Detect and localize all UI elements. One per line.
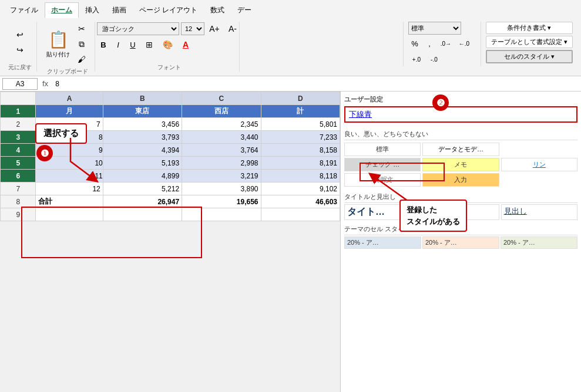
cell-D3[interactable]: 7,233 — [261, 131, 340, 144]
cell-B3[interactable]: 3,793 — [103, 131, 182, 144]
clipboard-buttons: 📋 貼り付け ✂ ⧉ 🖌 — [45, 22, 90, 66]
cell-reference-input[interactable] — [2, 78, 38, 90]
cell-B5[interactable]: 5,193 — [103, 157, 182, 170]
formula-bar: fx — [0, 76, 581, 92]
cell-C8[interactable]: 19,656 — [182, 195, 261, 208]
cell-C9[interactable] — [182, 208, 261, 221]
cell-D6[interactable]: 8,118 — [261, 170, 340, 183]
border-button[interactable]: ⊞ — [141, 38, 157, 52]
cell-style-button[interactable]: セルのスタイル ▾ — [486, 50, 573, 63]
callout-registered-style: 登録したスタイルがある — [399, 200, 467, 232]
cell-D2[interactable]: 5,801 — [261, 118, 340, 131]
cell-B6[interactable]: 4,899 — [103, 170, 182, 183]
cell-B4[interactable]: 4,394 — [103, 144, 182, 157]
decrease-decimal-button[interactable]: ←.0 — [456, 36, 472, 50]
tab-home[interactable]: ホーム — [45, 2, 79, 18]
ribbon: ファイル ホーム 挿入 描画 ページ レイアウト 数式 デー ↩ ↪ 元に戻す … — [0, 0, 581, 76]
font-shrink-button[interactable]: A- — [224, 22, 241, 36]
style-check[interactable]: チェック … — [344, 158, 421, 171]
col-header-B[interactable]: B — [103, 92, 182, 105]
cell-B9[interactable] — [103, 208, 182, 221]
cell-D1[interactable]: 計 — [261, 105, 340, 118]
number-adjust-row: +.0 -.0 — [408, 52, 472, 66]
redo-button[interactable]: ↪ — [12, 43, 28, 57]
cell-D8[interactable]: 46,603 — [261, 195, 340, 208]
cell-C1[interactable]: 西店 — [182, 105, 261, 118]
cell-A1[interactable]: 月 — [36, 105, 103, 118]
col-header-C[interactable]: C — [182, 92, 261, 105]
cell-D4[interactable]: 8,158 — [261, 144, 340, 157]
cut-button[interactable]: ✂ — [73, 22, 90, 36]
fill-color-button[interactable]: 🎨 — [159, 38, 176, 52]
tab-draw[interactable]: 描画 — [106, 2, 133, 18]
theme-style-1[interactable]: 20% - ア… — [344, 236, 421, 249]
cell-C2[interactable]: 2,345 — [182, 118, 261, 131]
cell-B1[interactable]: 東店 — [103, 105, 182, 118]
tab-data[interactable]: デー — [231, 2, 258, 18]
cell-C6[interactable]: 3,219 — [182, 170, 261, 183]
paste-icon: 📋 — [48, 30, 69, 49]
cell-B8[interactable]: 26,947 — [103, 195, 182, 208]
cell-D5[interactable]: 8,191 — [261, 157, 340, 170]
cell-A8[interactable]: 合計 — [36, 195, 103, 208]
cell-C7[interactable]: 3,890 — [182, 183, 261, 195]
comma-button[interactable]: , — [423, 37, 436, 50]
cell-B7[interactable]: 5,212 — [103, 183, 182, 195]
badge-2: ❷ — [432, 94, 449, 111]
small-clipboard-buttons: ✂ ⧉ 🖌 — [73, 22, 90, 66]
conditional-format-button[interactable]: 条件付き書式 ▾ — [486, 22, 573, 34]
style-data-model[interactable]: データとモデ… — [422, 143, 499, 156]
table-row: 1 月 東店 西店 計 — [1, 105, 340, 118]
group-font: 游ゴシック 12 A+ A- B I U ⊞ 🎨 A フォント — [99, 22, 240, 72]
number-format-row: % , .0→ ←.0 — [408, 36, 472, 50]
tab-page-layout[interactable]: ページ レイアウト — [133, 2, 204, 18]
italic-button[interactable]: I — [112, 38, 125, 51]
style-link[interactable]: リン — [501, 158, 577, 171]
increase-decimal-button[interactable]: .0→ — [438, 36, 454, 50]
font-name-select[interactable]: 游ゴシック — [97, 22, 179, 35]
style-memo[interactable]: メモ — [422, 158, 499, 171]
font-label: フォント — [157, 63, 181, 72]
num-dec-button[interactable]: -.0 — [426, 52, 442, 66]
format-painter-button[interactable]: 🖌 — [73, 52, 90, 66]
undo-button[interactable]: ↩ — [12, 28, 28, 42]
percent-button[interactable]: % — [408, 37, 421, 50]
number-format-select[interactable]: 標準 — [408, 22, 461, 35]
col-header-A[interactable]: A — [36, 92, 103, 105]
tab-insert[interactable]: 挿入 — [79, 2, 106, 18]
bold-button[interactable]: B — [97, 38, 110, 51]
cell-C5[interactable]: 2,998 — [182, 157, 261, 170]
group-style: 条件付き書式 ▾ テーブルとして書式設定 ▾ セルのスタイル ▾ — [481, 22, 577, 66]
col-header-D[interactable]: D — [261, 92, 340, 105]
undo-redo-stack: ↩ ↪ — [12, 28, 28, 57]
font-color-button[interactable]: A — [177, 38, 194, 52]
theme-style-3[interactable]: 20% - ア… — [501, 236, 577, 249]
undo-redo-buttons: ↩ ↪ — [12, 22, 28, 62]
font-size-select[interactable]: 12 — [181, 22, 204, 35]
font-grow-button[interactable]: A+ — [206, 22, 223, 36]
theme-style-2[interactable]: 20% - ア… — [422, 236, 499, 249]
style-standard[interactable]: 標準 — [344, 143, 421, 156]
underline-button[interactable]: U — [126, 38, 139, 51]
row-num-8: 8 — [1, 195, 36, 208]
row-num-7: 7 — [1, 183, 36, 195]
cell-A9[interactable] — [36, 208, 103, 221]
cell-C4[interactable]: 3,764 — [182, 144, 261, 157]
cell-B2[interactable]: 3,456 — [103, 118, 182, 131]
cell-D9[interactable] — [261, 208, 340, 221]
tab-formula[interactable]: 数式 — [204, 2, 231, 18]
paste-button[interactable]: 📋 貼り付け — [45, 28, 71, 60]
table-format-button[interactable]: テーブルとして書式設定 ▾ — [486, 36, 573, 48]
cell-C3[interactable]: 3,440 — [182, 131, 261, 144]
column-header-row: A B C D — [1, 92, 340, 105]
tab-file[interactable]: ファイル — [4, 2, 45, 18]
num-inc-button[interactable]: +.0 — [408, 52, 425, 66]
cell-D7[interactable]: 9,102 — [261, 183, 340, 195]
row-num-3: 3 — [1, 131, 36, 144]
user-settings-label: ユーザー設定 — [344, 95, 577, 104]
formula-input[interactable] — [53, 78, 579, 90]
user-style-name[interactable]: 下線青 — [344, 106, 577, 123]
copy-button[interactable]: ⧉ — [73, 37, 90, 51]
cut-icon: ✂ — [78, 24, 85, 33]
style-h2[interactable]: 見出し — [501, 204, 577, 220]
